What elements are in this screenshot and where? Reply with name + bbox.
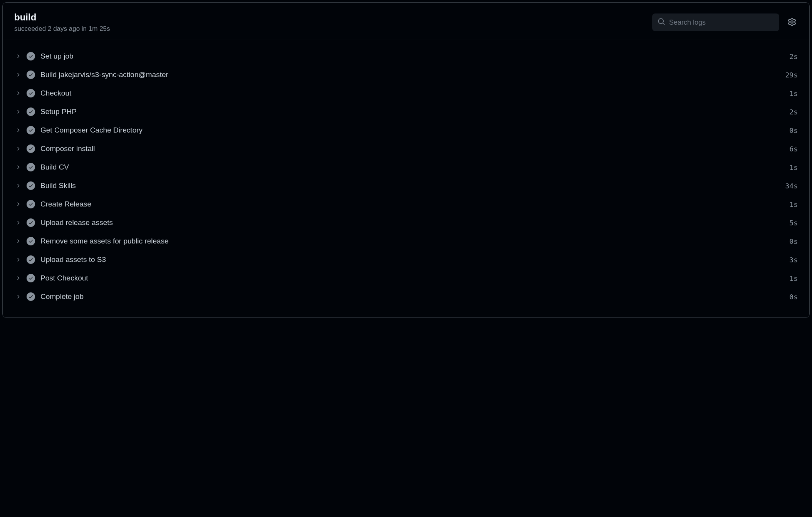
- step-row[interactable]: Composer install6s: [14, 139, 798, 158]
- chevron-right-icon: [14, 128, 22, 133]
- chevron-right-icon: [14, 54, 22, 59]
- search-logs-input[interactable]: [669, 18, 774, 27]
- job-title: build: [14, 12, 110, 23]
- step-name: Complete job: [40, 292, 789, 301]
- step-duration: 0s: [789, 126, 798, 134]
- step-row[interactable]: Get Composer Cache Directory0s: [14, 121, 798, 139]
- step-row[interactable]: Post Checkout1s: [14, 269, 798, 287]
- step-duration: 1s: [789, 274, 798, 282]
- check-circle-icon: [27, 200, 35, 208]
- step-duration: 6s: [789, 145, 798, 153]
- check-circle-icon: [27, 144, 35, 153]
- workflow-logs-panel: build succeeded 2 days ago in 1m 25s: [2, 2, 810, 318]
- chevron-right-icon: [14, 109, 22, 114]
- chevron-right-icon: [14, 257, 22, 262]
- step-duration: 34s: [785, 182, 798, 190]
- check-circle-icon: [27, 237, 35, 245]
- step-duration: 2s: [789, 52, 798, 60]
- chevron-right-icon: [14, 220, 22, 225]
- chevron-right-icon: [14, 164, 22, 170]
- step-row[interactable]: Set up job2s: [14, 47, 798, 65]
- step-row[interactable]: Complete job0s: [14, 287, 798, 306]
- step-name: Setup PHP: [40, 107, 789, 116]
- gear-icon: [788, 18, 796, 27]
- step-row[interactable]: Setup PHP2s: [14, 102, 798, 121]
- step-name: Composer install: [40, 144, 789, 153]
- step-name: Get Composer Cache Directory: [40, 126, 789, 134]
- step-name: Upload assets to S3: [40, 255, 789, 264]
- check-circle-icon: [27, 218, 35, 227]
- step-row[interactable]: Checkout1s: [14, 84, 798, 102]
- step-name: Upload release assets: [40, 218, 789, 227]
- chevron-right-icon: [14, 72, 22, 77]
- chevron-right-icon: [14, 91, 22, 96]
- step-row[interactable]: Upload release assets5s: [14, 213, 798, 232]
- step-name: Checkout: [40, 89, 789, 97]
- chevron-right-icon: [14, 238, 22, 244]
- step-duration: 29s: [785, 71, 798, 79]
- step-duration: 1s: [789, 89, 798, 97]
- step-duration: 1s: [789, 200, 798, 208]
- step-duration: 5s: [789, 219, 798, 227]
- step-name: Build Skills: [40, 181, 785, 190]
- panel-header: build succeeded 2 days ago in 1m 25s: [3, 3, 809, 40]
- step-name: Build jakejarvis/s3-sync-action@master: [40, 70, 785, 79]
- step-duration: 1s: [789, 163, 798, 171]
- search-icon: [658, 18, 665, 27]
- step-row[interactable]: Create Release1s: [14, 195, 798, 213]
- step-name: Build CV: [40, 163, 789, 171]
- step-name: Create Release: [40, 200, 789, 208]
- check-circle-icon: [27, 70, 35, 79]
- check-circle-icon: [27, 126, 35, 134]
- step-row[interactable]: Remove some assets for public release0s: [14, 232, 798, 250]
- step-row[interactable]: Build Skills34s: [14, 176, 798, 195]
- chevron-right-icon: [14, 183, 22, 188]
- chevron-right-icon: [14, 201, 22, 207]
- step-name: Set up job: [40, 52, 789, 60]
- header-actions: [652, 13, 798, 31]
- check-circle-icon: [27, 274, 35, 282]
- step-row[interactable]: Upload assets to S33s: [14, 250, 798, 269]
- check-circle-icon: [27, 292, 35, 301]
- step-duration: 2s: [789, 108, 798, 116]
- check-circle-icon: [27, 181, 35, 190]
- step-row[interactable]: Build jakejarvis/s3-sync-action@master29…: [14, 65, 798, 84]
- check-circle-icon: [27, 163, 35, 171]
- step-name: Remove some assets for public release: [40, 237, 789, 245]
- step-duration: 0s: [789, 237, 798, 245]
- chevron-right-icon: [14, 294, 22, 299]
- step-row[interactable]: Build CV1s: [14, 158, 798, 176]
- chevron-right-icon: [14, 146, 22, 151]
- settings-button[interactable]: [786, 16, 798, 29]
- check-circle-icon: [27, 107, 35, 116]
- check-circle-icon: [27, 52, 35, 60]
- check-circle-icon: [27, 255, 35, 264]
- search-logs-box[interactable]: [652, 13, 779, 31]
- job-status-line: succeeded 2 days ago in 1m 25s: [14, 25, 110, 33]
- step-duration: 3s: [789, 256, 798, 264]
- step-name: Post Checkout: [40, 274, 789, 282]
- check-circle-icon: [27, 89, 35, 97]
- steps-list: Set up job2sBuild jakejarvis/s3-sync-act…: [3, 40, 809, 317]
- chevron-right-icon: [14, 275, 22, 281]
- step-duration: 0s: [789, 293, 798, 301]
- title-group: build succeeded 2 days ago in 1m 25s: [14, 12, 110, 33]
